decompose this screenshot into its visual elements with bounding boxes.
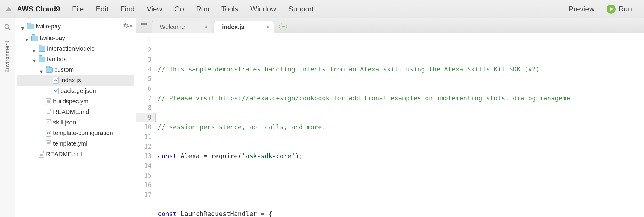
code-content[interactable]: // This sample demonstrates handling int… [156, 33, 644, 217]
code-editor[interactable]: 1 2 3 4 5 6 7 8 9 10 11 12 13 14 15 16 1… [136, 33, 644, 217]
chevron-down-icon [33, 57, 37, 61]
line-number: 1 [136, 36, 152, 45]
menu-goto[interactable]: Go [168, 3, 190, 15]
chevron-down-icon [40, 68, 44, 72]
tab-welcome[interactable]: Welcome × [152, 21, 212, 33]
svg-point-1 [5, 24, 9, 29]
brand-label[interactable]: AWS Cloud9 [17, 5, 60, 13]
collapse-icon[interactable] [6, 7, 11, 11]
tree-folder-lambda[interactable]: lambda [17, 54, 134, 64]
svg-marker-0 [6, 7, 11, 11]
tree-file-package-json[interactable]: package.json [17, 86, 134, 96]
line-number: 6 [136, 84, 152, 93]
file-tree-panel: twilio-pay twilio-pay interactionModels [15, 18, 136, 217]
folder-icon [46, 67, 53, 73]
line-number: 14 [136, 161, 152, 171]
tree-root-label: twilio-pay [36, 23, 61, 30]
menu-file[interactable]: File [66, 3, 90, 15]
tree-file-skill-json[interactable]: skill.json [17, 117, 134, 128]
menu-support[interactable]: Support [282, 3, 320, 15]
folder-icon [31, 36, 38, 41]
line-number: 5 [136, 74, 152, 84]
tabbar: Welcome × index.js × + [136, 18, 644, 33]
tree-item-label: interactionModels [47, 45, 95, 52]
folder-icon [39, 46, 45, 52]
tree-folder-interactionmodels[interactable]: interactionModels [17, 43, 134, 54]
close-icon[interactable]: × [266, 24, 270, 30]
tree-file-readme[interactable]: README.md [17, 107, 134, 117]
menu-run[interactable]: Run [190, 3, 215, 15]
search-icon[interactable] [4, 24, 11, 32]
tree-root[interactable]: twilio-pay [21, 21, 63, 32]
tree-item-label: index.js [60, 77, 81, 84]
line-number: 15 [136, 171, 152, 180]
tab-index-js[interactable]: index.js × [214, 21, 274, 33]
svg-rect-4 [141, 23, 147, 28]
svg-marker-3 [130, 25, 133, 27]
line-number: 7 [136, 93, 152, 103]
js-file-icon [53, 77, 59, 84]
preview-button[interactable]: Preview [569, 5, 594, 13]
menu-edit[interactable]: Edit [90, 3, 114, 15]
chevron-down-icon [25, 36, 30, 40]
tree-item-label: custom [54, 66, 74, 73]
line-number: 9 [136, 113, 156, 122]
line-number: 2 [136, 45, 152, 55]
menu-view[interactable]: View [140, 3, 168, 15]
chevron-right-icon [33, 47, 37, 51]
tree-file-index-js[interactable]: index.js [17, 75, 134, 86]
menubar: AWS Cloud9 File Edit Find View Go Run To… [0, 0, 644, 18]
tree-file-buildspec[interactable]: buildspec.yml [17, 96, 134, 107]
tree-item-label: lambda [47, 56, 67, 63]
menu-window[interactable]: Window [244, 3, 282, 15]
line-number: 16 [136, 180, 152, 190]
pane-menu-icon[interactable] [141, 23, 147, 29]
tree-item-label: buildspec.yml [53, 98, 90, 105]
line-number: 13 [136, 151, 152, 161]
tree-item-label: package.json [60, 87, 96, 94]
line-number: 17 [136, 190, 152, 200]
line-number: 12 [136, 142, 152, 151]
tree-file-template-yml[interactable]: template.yml [17, 138, 134, 149]
close-icon[interactable]: × [204, 24, 208, 30]
left-rail: Environment [0, 18, 15, 217]
editor-area: Welcome × index.js × + 1 2 3 4 5 6 7 8 9… [136, 18, 644, 217]
md-file-icon [46, 109, 51, 115]
run-button[interactable]: Run [607, 5, 638, 14]
line-number: 10 [136, 122, 152, 132]
tree-folder-twilio-pay[interactable]: twilio-pay [17, 33, 134, 43]
line-number: 4 [136, 64, 152, 74]
environment-tab[interactable]: Environment [4, 41, 11, 73]
tree-item-label: skill.json [53, 119, 76, 126]
md-file-icon [39, 151, 44, 158]
print-margin [509, 33, 509, 217]
tree-file-readme-outer[interactable]: README.md [17, 149, 134, 159]
line-gutter: 1 2 3 4 5 6 7 8 9 10 11 12 13 14 15 16 1… [136, 33, 156, 217]
tab-label: index.js [222, 24, 244, 30]
new-tab-button[interactable]: + [279, 23, 287, 30]
line-number: 3 [136, 55, 152, 64]
svg-line-2 [8, 28, 11, 30]
tree-item-label: twilio-pay [40, 35, 65, 42]
chevron-down-icon [21, 24, 25, 29]
play-icon [607, 5, 616, 14]
tree-file-template-configuration[interactable]: template-configuration [17, 128, 134, 138]
tree-item-label: template.yml [53, 140, 87, 147]
line-number: 8 [136, 103, 152, 113]
tree-item-label: template-configuration [53, 130, 113, 137]
menu-find[interactable]: Find [114, 3, 141, 15]
tree-item-label: README.md [46, 151, 82, 158]
json-file-icon [46, 119, 51, 126]
menu-tools[interactable]: Tools [215, 3, 244, 15]
gear-icon[interactable] [123, 22, 130, 30]
json-file-icon [46, 130, 51, 137]
yml-file-icon [46, 98, 51, 105]
json-file-icon [53, 88, 59, 94]
folder-icon [27, 24, 34, 29]
tree-item-label: README.md [53, 108, 89, 115]
tab-label: Welcome [160, 24, 185, 30]
yml-file-icon [46, 140, 51, 147]
tree-folder-custom[interactable]: custom [17, 64, 134, 75]
folder-icon [39, 57, 45, 62]
run-label: Run [619, 5, 632, 13]
